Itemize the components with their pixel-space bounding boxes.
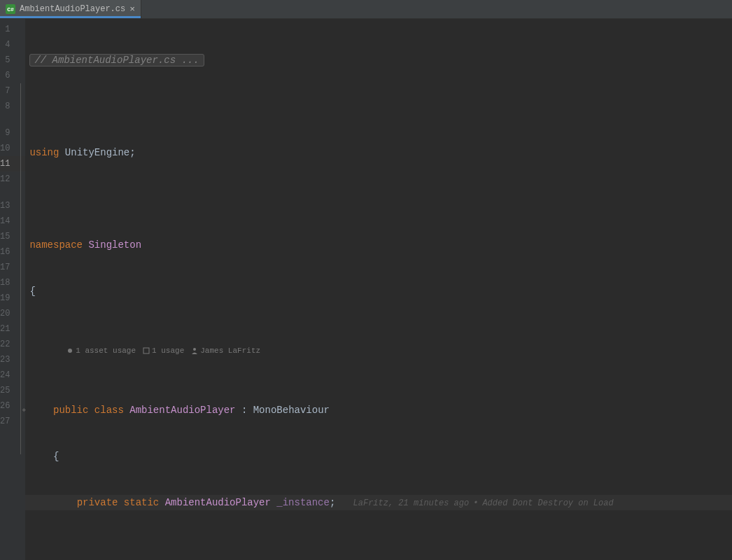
csharp-file-icon: C#: [6, 4, 15, 14]
editor-tab[interactable]: C# AmbientAudioPlayer.cs ×: [0, 0, 141, 18]
usage-icon: [143, 347, 150, 354]
svg-rect-1: [143, 348, 149, 354]
svg-point-0: [68, 349, 72, 353]
tab-title: AmbientAudioPlayer.cs: [20, 4, 125, 14]
class-code-hints[interactable]: 1 asset usage 1 usage James LaFritz: [66, 345, 260, 356]
tab-bar: C# AmbientAudioPlayer.cs ×: [0, 0, 732, 19]
close-icon[interactable]: ×: [129, 5, 135, 14]
svg-point-2: [193, 348, 196, 351]
tab-active-indicator: [0, 16, 141, 18]
asset-usage-icon: [66, 347, 73, 354]
current-line: private static AmbientAudioPlayer _insta…: [25, 495, 732, 510]
code-editor: 1456789101112131415161718192021222324252…: [0, 19, 732, 560]
git-blame-annotation: LaFritz, 21 minutes ago•Added Dont Destr…: [353, 498, 614, 508]
author-icon: [191, 347, 198, 354]
line-gutter[interactable]: 1456789101112131415161718192021222324252…: [0, 19, 25, 560]
code-area[interactable]: // AmbientAudioPlayer.cs ... using Unity…: [25, 19, 732, 560]
folded-comment[interactable]: // AmbientAudioPlayer.cs ...: [29, 54, 204, 66]
gutter-marker-icon: ◆: [22, 402, 25, 418]
fold-column: [17, 19, 25, 560]
